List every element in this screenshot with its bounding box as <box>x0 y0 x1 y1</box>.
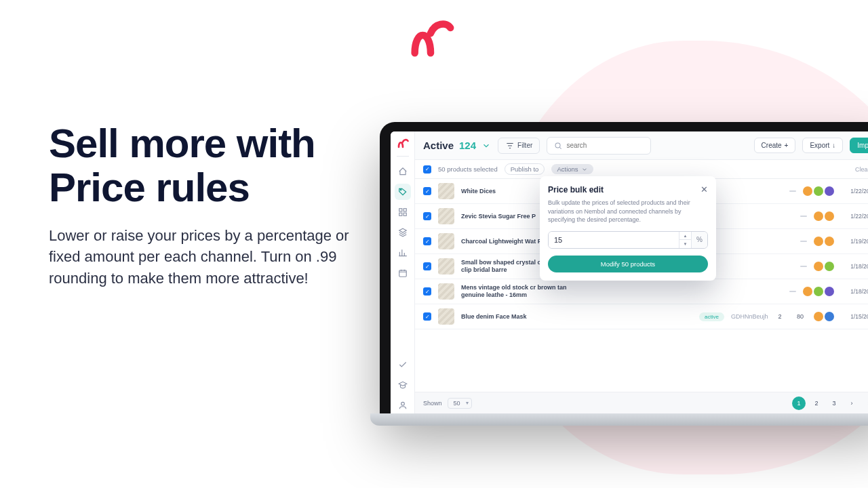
sidebar-logo-icon <box>397 137 409 149</box>
hero-title: Sell more with Price rules <box>49 122 374 210</box>
publish-to-button[interactable]: Publish to <box>505 163 545 175</box>
percentage-input-group: ▲▼ % <box>548 231 708 249</box>
page-size-select[interactable]: 50 <box>448 398 472 409</box>
date-text: 1/19/2024 <box>841 238 868 245</box>
unit-label: % <box>691 232 707 248</box>
product-thumbnail <box>438 208 454 224</box>
export-button[interactable]: Export ↓ <box>802 138 843 153</box>
close-icon[interactable]: ✕ <box>701 184 708 195</box>
search-icon <box>554 141 562 150</box>
modal-title: Price bulk edit <box>548 185 604 195</box>
page-next[interactable]: › <box>845 396 859 410</box>
filter-button[interactable]: Filter <box>498 138 540 154</box>
svg-point-7 <box>555 142 560 147</box>
graduation-icon[interactable] <box>395 377 411 393</box>
row-checkbox[interactable] <box>423 312 431 321</box>
svg-point-6 <box>401 402 404 405</box>
placeholder-icon <box>789 190 796 192</box>
page-1[interactable]: 1 <box>792 396 806 410</box>
product-name: Blue denim Face Mask <box>461 313 576 321</box>
product-thumbnail <box>438 308 454 325</box>
create-button[interactable]: Create + <box>754 138 796 153</box>
product-thumbnail <box>438 258 454 274</box>
import-label: Imp <box>857 142 868 149</box>
modal-description: Bulk update the prices of selected produ… <box>548 199 708 224</box>
row-checkbox[interactable] <box>423 262 431 270</box>
page-2[interactable]: 2 <box>810 396 823 410</box>
pagination: 123›» <box>792 396 868 410</box>
sidebar <box>391 131 415 413</box>
plus-icon: + <box>785 142 789 149</box>
check-icon[interactable] <box>395 357 411 373</box>
active-tab[interactable]: Active 124 <box>423 140 491 151</box>
page-last[interactable]: » <box>863 396 868 410</box>
table-row[interactable]: Blue denim Face Mask active GDHNnBeujh 2… <box>415 304 868 329</box>
product-thumbnail <box>438 183 454 199</box>
product-name: Mens vintage old stock cr brown tan genu… <box>461 284 576 299</box>
search-input[interactable] <box>566 142 644 149</box>
row-checkbox[interactable] <box>423 237 431 245</box>
date-text: 1/22/2024 <box>841 188 868 195</box>
svg-rect-2 <box>403 209 406 211</box>
qty-text: 2 <box>773 313 787 320</box>
download-icon: ↓ <box>832 142 835 149</box>
filter-label: Filter <box>517 142 532 149</box>
create-label: Create <box>762 142 782 149</box>
actions-dropdown[interactable]: Actions <box>551 164 593 174</box>
date-text: 1/18/2024 <box>841 263 868 270</box>
brand-logo <box>407 14 454 64</box>
sku-text: GDHNnBeujh <box>731 313 766 320</box>
date-text: 1/22/2024 <box>841 213 868 220</box>
channel-badges <box>803 287 834 296</box>
placeholder-icon <box>800 266 807 267</box>
topbar: Active 124 Filter Create <box>415 131 868 160</box>
tag-icon[interactable] <box>395 184 411 200</box>
price-bulk-edit-modal: Price bulk edit ✕ Bulk update the prices… <box>540 176 716 281</box>
chevron-down-icon <box>581 166 588 173</box>
filter-icon <box>505 141 515 150</box>
hero-subtitle: Lower or raise your prices by a percenta… <box>49 225 374 290</box>
grid-icon[interactable] <box>395 204 411 220</box>
shown-label: Shown <box>423 400 442 407</box>
svg-rect-4 <box>403 213 406 216</box>
product-thumbnail <box>438 283 454 300</box>
channel-badges <box>814 262 834 271</box>
modify-products-button[interactable]: Modify 50 products <box>548 256 708 272</box>
layers-icon[interactable] <box>395 224 411 241</box>
home-icon[interactable] <box>395 163 411 180</box>
svg-rect-1 <box>399 209 401 211</box>
row-checkbox[interactable] <box>423 187 431 195</box>
row-checkbox[interactable] <box>423 287 431 296</box>
app-screen: Active 124 Filter Create <box>391 131 868 413</box>
step-up-icon[interactable]: ▲ <box>679 232 691 241</box>
select-all-checkbox[interactable] <box>423 165 431 174</box>
page-3[interactable]: 3 <box>827 396 841 410</box>
channel-badges <box>803 186 834 196</box>
search-field[interactable] <box>547 137 651 155</box>
placeholder-icon <box>800 241 807 242</box>
table-row[interactable]: Mens vintage old stock cr brown tan genu… <box>415 279 868 304</box>
channel-badges <box>814 211 834 221</box>
number-stepper[interactable]: ▲▼ <box>679 232 691 248</box>
percentage-input[interactable] <box>549 232 679 248</box>
active-tab-count: 124 <box>459 140 476 151</box>
svg-rect-3 <box>399 213 401 216</box>
avatar-icon[interactable] <box>395 397 411 413</box>
date-text: 1/15/2024 <box>841 313 868 320</box>
selected-count: 50 products selected <box>438 165 498 173</box>
date-text: 1/18/2024 <box>841 288 868 295</box>
chevron-down-icon <box>481 141 491 150</box>
product-thumbnail <box>438 233 454 249</box>
channel-badges <box>814 237 834 246</box>
clear-selection[interactable]: Clear al <box>855 166 868 173</box>
calendar-icon[interactable] <box>395 265 411 281</box>
svg-rect-5 <box>399 270 406 277</box>
import-button[interactable]: Imp <box>850 138 868 153</box>
row-checkbox[interactable] <box>423 212 431 220</box>
table-footer: Shown 50 123›» <box>415 392 868 413</box>
svg-point-0 <box>400 189 401 190</box>
chart-icon[interactable] <box>395 245 411 261</box>
step-down-icon[interactable]: ▼ <box>679 240 691 248</box>
price-text: 80 <box>793 313 807 320</box>
status-badge: active <box>699 312 724 321</box>
